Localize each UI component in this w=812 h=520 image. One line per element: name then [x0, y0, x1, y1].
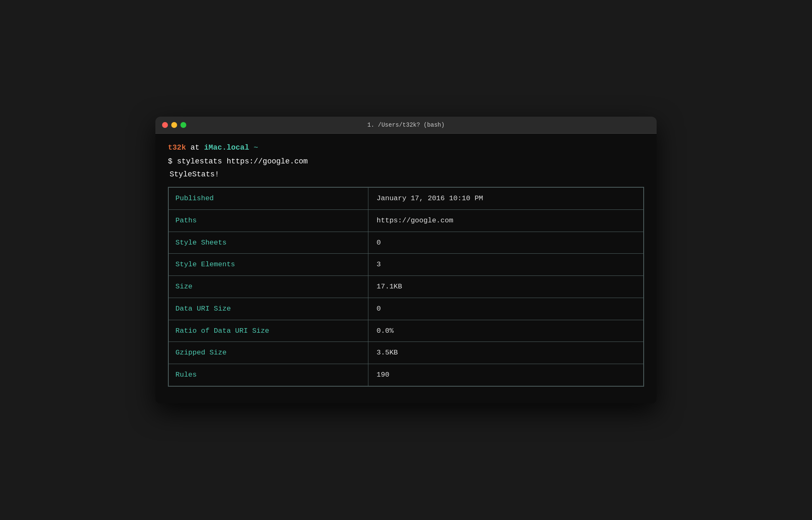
- window-title: 1. /Users/t32k? (bash): [368, 122, 445, 128]
- table-key-cell: Size: [169, 276, 368, 298]
- table-value-cell: 190: [368, 364, 643, 386]
- app-label: StyleStats!: [168, 169, 644, 180]
- table-key-cell: Rules: [169, 364, 368, 386]
- data-table-wrapper: PublishedJanuary 17, 2016 10:10 PMPathsh…: [168, 187, 644, 387]
- table-row: Style Elements3: [169, 254, 644, 276]
- table-value-cell: https://google.com: [368, 209, 643, 232]
- traffic-lights: [162, 122, 186, 128]
- minimize-button[interactable]: [171, 122, 177, 128]
- at-sign: at: [190, 143, 204, 152]
- terminal-window: 1. /Users/t32k? (bash) t32k at iMac.loca…: [155, 117, 657, 403]
- prompt-symbol: $: [168, 157, 173, 166]
- table-row: Pathshttps://google.com: [169, 209, 644, 232]
- table-key-cell: Gzipped Size: [169, 342, 368, 364]
- table-value-cell: 0.0%: [368, 320, 643, 342]
- table-key-cell: Paths: [169, 209, 368, 232]
- prompt-line: t32k at iMac.local ~: [168, 142, 644, 153]
- table-row: Gzipped Size3.5KB: [169, 342, 644, 364]
- table-value-cell: 3.5KB: [368, 342, 643, 364]
- command-line: $ stylestats https://google.com: [168, 156, 644, 167]
- table-row: PublishedJanuary 17, 2016 10:10 PM: [169, 187, 644, 209]
- table-row: Data URI Size0: [169, 298, 644, 320]
- maximize-button[interactable]: [180, 122, 186, 128]
- table-key-cell: Ratio of Data URI Size: [169, 320, 368, 342]
- terminal-body: t32k at iMac.local ~ $ stylestats https:…: [155, 134, 657, 403]
- data-table: PublishedJanuary 17, 2016 10:10 PMPathsh…: [168, 187, 644, 386]
- table-row: Ratio of Data URI Size0.0%: [169, 320, 644, 342]
- table-key-cell: Published: [169, 187, 368, 209]
- table-row: Style Sheets0: [169, 232, 644, 254]
- table-value-cell: 3: [368, 254, 643, 276]
- table-key-cell: Style Sheets: [169, 232, 368, 254]
- table-row: Rules190: [169, 364, 644, 386]
- hostname: iMac.local: [204, 143, 249, 152]
- table-value-cell: 0: [368, 298, 643, 320]
- table-row: Size17.1KB: [169, 276, 644, 298]
- tilde: ~: [254, 143, 258, 152]
- username: t32k: [168, 143, 186, 152]
- table-value-cell: 17.1KB: [368, 276, 643, 298]
- table-key-cell: Style Elements: [169, 254, 368, 276]
- table-value-cell: 0: [368, 232, 643, 254]
- titlebar: 1. /Users/t32k? (bash): [155, 117, 657, 134]
- command-text: stylestats https://google.com: [177, 157, 308, 166]
- close-button[interactable]: [162, 122, 168, 128]
- table-key-cell: Data URI Size: [169, 298, 368, 320]
- table-value-cell: January 17, 2016 10:10 PM: [368, 187, 643, 209]
